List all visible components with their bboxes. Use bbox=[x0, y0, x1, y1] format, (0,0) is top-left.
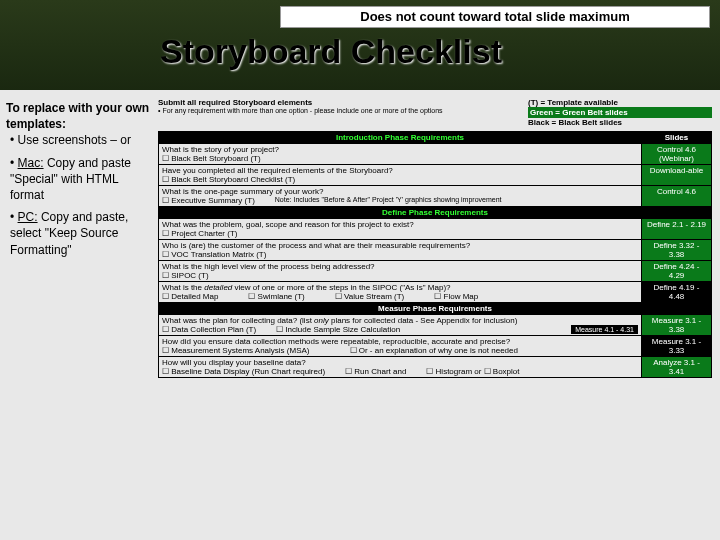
define-phase-header: Define Phase Requirements bbox=[159, 207, 712, 219]
checklist-table: Introduction Phase RequirementsSlides Wh… bbox=[158, 131, 712, 378]
question-row: What was the plan for collecting data? (… bbox=[159, 315, 642, 336]
question-row: Who is (are) the customer of the process… bbox=[159, 240, 642, 261]
intro-phase-header: Introduction Phase Requirements bbox=[159, 132, 642, 144]
legend: (T) = Template available Green = Green B… bbox=[528, 98, 712, 127]
checklist-content: Submit all required Storyboard elements … bbox=[158, 98, 712, 378]
sidebar-item: • Mac: Copy and paste "Special" with HTM… bbox=[10, 155, 150, 204]
question-row: How will you display your baseline data?… bbox=[159, 357, 642, 378]
question-row: What is the high level view of the proce… bbox=[159, 261, 642, 282]
question-row: What was the problem, goal, scope and re… bbox=[159, 219, 642, 240]
sidebar-heading: To replace with your own templates: bbox=[6, 100, 150, 132]
page-title: Storyboard Checklist bbox=[160, 32, 502, 71]
submit-note: Submit all required Storyboard elements … bbox=[158, 98, 528, 127]
question-row: What is the story of your project?Black … bbox=[159, 144, 642, 165]
sidebar-item: • Use screenshots – or bbox=[10, 132, 150, 148]
question-row: What is the one-page summary of your wor… bbox=[159, 186, 642, 207]
question-row: Have you completed all the required elem… bbox=[159, 165, 642, 186]
question-row: What is the detailed view of one or more… bbox=[159, 282, 642, 303]
measure-phase-header: Measure Phase Requirements bbox=[159, 303, 712, 315]
sidebar-instructions: To replace with your own templates: • Us… bbox=[6, 100, 150, 264]
question-row: How did you ensure data collection metho… bbox=[159, 336, 642, 357]
sidebar-item: • PC: Copy and paste, select "Keep Sourc… bbox=[10, 209, 150, 258]
banner-note: Does not count toward total slide maximu… bbox=[280, 6, 710, 28]
